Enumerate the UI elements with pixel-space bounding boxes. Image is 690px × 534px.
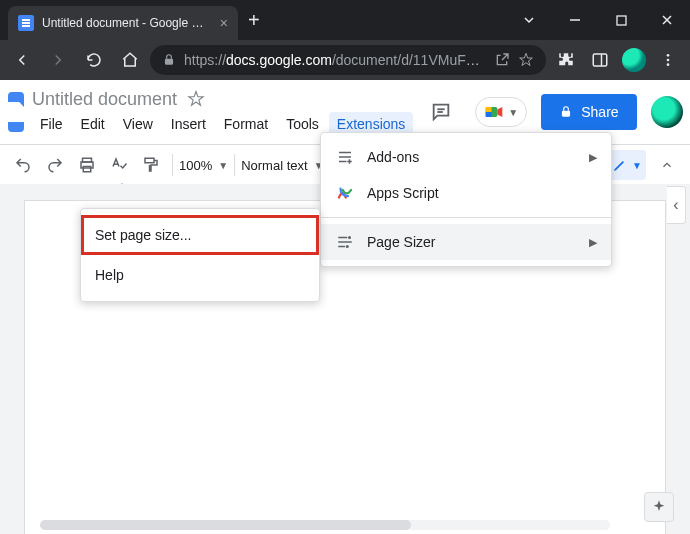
share-url-icon[interactable] — [494, 52, 510, 68]
sidepanel-icon[interactable] — [584, 44, 616, 76]
account-avatar[interactable] — [651, 96, 683, 128]
svg-point-26 — [348, 236, 351, 239]
new-tab-button[interactable]: + — [238, 2, 270, 38]
svg-rect-17 — [145, 158, 154, 163]
pencil-icon — [612, 157, 628, 173]
extensions-menu: Add-ons ▶ Apps Script Page Sizer ▶ — [320, 132, 612, 267]
apps-script-icon — [335, 183, 355, 203]
addons-icon — [335, 147, 355, 167]
lock-icon — [559, 105, 573, 119]
horizontal-scrollbar[interactable] — [40, 520, 610, 530]
comment-history-icon[interactable] — [421, 92, 461, 132]
browser-toolbar: https://docs.google.com/document/d/11VMu… — [0, 40, 690, 80]
caret-down-icon: ▼ — [508, 107, 518, 118]
svg-point-7 — [667, 63, 670, 66]
meet-button[interactable]: ▼ — [475, 97, 527, 127]
menu-insert[interactable]: Insert — [163, 112, 214, 136]
nav-home-button[interactable] — [114, 44, 146, 76]
print-button[interactable] — [72, 150, 102, 180]
chrome-menu-button[interactable] — [652, 44, 684, 76]
menu-item-page-sizer[interactable]: Page Sizer ▶ — [321, 224, 611, 260]
redo-button[interactable] — [40, 150, 70, 180]
docs-favicon — [18, 15, 34, 31]
page-sizer-icon — [335, 232, 355, 252]
zoom-dropdown[interactable]: 100%▼ — [179, 158, 228, 173]
window-maximize-button[interactable] — [598, 0, 644, 40]
menu-item-addons[interactable]: Add-ons ▶ — [321, 139, 611, 175]
collapse-toolbar-button[interactable] — [652, 150, 682, 180]
menu-file[interactable]: File — [32, 112, 71, 136]
svg-rect-1 — [617, 16, 626, 25]
star-icon[interactable] — [187, 90, 205, 108]
extensions-puzzle-icon[interactable] — [550, 44, 582, 76]
window-minimize-button[interactable] — [552, 0, 598, 40]
svg-rect-11 — [486, 107, 492, 112]
svg-rect-3 — [593, 54, 607, 66]
window-titlebar: Untitled document - Google Doc × + — [0, 0, 690, 40]
nav-reload-button[interactable] — [78, 44, 110, 76]
meet-icon — [484, 102, 504, 122]
menu-view[interactable]: View — [115, 112, 161, 136]
menu-edit[interactable]: Edit — [73, 112, 113, 136]
submenu-arrow-icon: ▶ — [589, 236, 597, 249]
menu-item-help[interactable]: Help — [81, 255, 319, 295]
docs-logo-icon[interactable] — [8, 92, 24, 132]
svg-point-6 — [667, 59, 670, 62]
share-button[interactable]: Share — [541, 94, 636, 130]
svg-rect-2 — [165, 59, 173, 65]
svg-point-5 — [667, 54, 670, 57]
lock-icon — [162, 53, 176, 67]
nav-back-button[interactable] — [6, 44, 38, 76]
share-label: Share — [581, 104, 618, 120]
menu-item-apps-script[interactable]: Apps Script — [321, 175, 611, 211]
document-title[interactable]: Untitled document — [32, 89, 177, 110]
window-close-button[interactable] — [644, 0, 690, 40]
svg-point-27 — [346, 245, 349, 248]
menu-format[interactable]: Format — [216, 112, 276, 136]
paint-format-button[interactable] — [136, 150, 166, 180]
explore-button[interactable] — [644, 492, 674, 522]
url-text: https://docs.google.com/document/d/11VMu… — [184, 52, 486, 68]
paragraph-style-dropdown[interactable]: Normal text▼ — [241, 158, 323, 173]
page-sizer-submenu: Set page size... Help — [80, 208, 320, 302]
profile-avatar[interactable] — [618, 44, 650, 76]
close-tab-icon[interactable]: × — [220, 15, 228, 31]
spellcheck-button[interactable] — [104, 150, 134, 180]
svg-rect-13 — [562, 111, 570, 117]
submenu-arrow-icon: ▶ — [589, 151, 597, 164]
chevron-down-icon[interactable] — [506, 0, 552, 40]
show-side-panel-button[interactable]: ‹ — [667, 186, 686, 224]
tab-title: Untitled document - Google Doc — [42, 16, 212, 30]
menu-tools[interactable]: Tools — [278, 112, 327, 136]
address-bar[interactable]: https://docs.google.com/document/d/11VMu… — [150, 45, 546, 75]
menu-item-set-page-size[interactable]: Set page size... — [81, 215, 319, 255]
menu-separator — [321, 217, 611, 218]
svg-rect-12 — [486, 112, 492, 117]
undo-button[interactable] — [8, 150, 38, 180]
browser-tab[interactable]: Untitled document - Google Doc × — [8, 6, 238, 40]
bookmark-star-icon[interactable] — [518, 52, 534, 68]
nav-forward-button — [42, 44, 74, 76]
